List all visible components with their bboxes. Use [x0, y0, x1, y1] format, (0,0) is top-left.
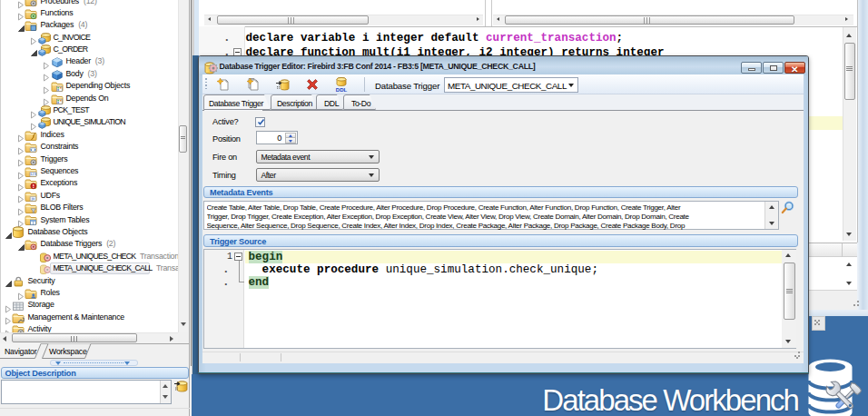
svg-text:123: 123 [30, 172, 37, 176]
svg-text:fx: fx [32, 196, 35, 201]
svg-text:DDL: DDL [336, 87, 348, 93]
